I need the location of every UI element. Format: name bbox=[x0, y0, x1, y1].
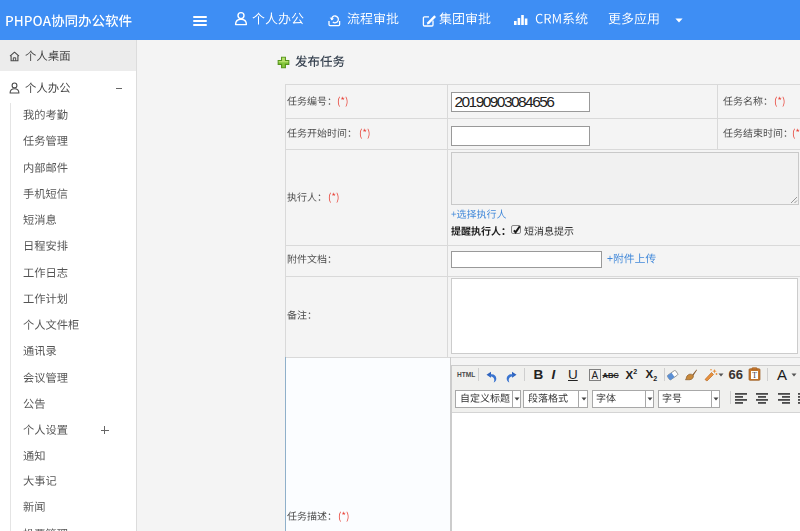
svg-text:T: T bbox=[752, 371, 757, 380]
